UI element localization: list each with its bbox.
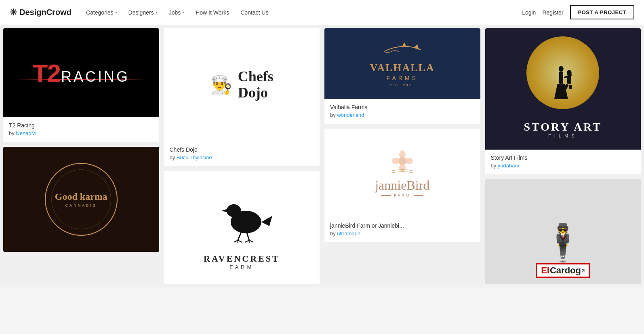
- svg-point-17: [558, 66, 563, 72]
- brand-icon: ✳: [10, 7, 17, 18]
- brand-logo[interactable]: ✳ DesignCrowd: [10, 7, 72, 18]
- nav-designers[interactable]: Designers ▾: [124, 6, 162, 19]
- item-author: by ultramarin: [330, 230, 475, 237]
- nav-categories[interactable]: Categories ▾: [81, 6, 122, 19]
- gallery-grid: T2 RACING T2 Racing by NenadM Good karma…: [0, 25, 644, 287]
- gallery-item-storyart[interactable]: STORY ART FILMS Story Art Films by yudah…: [485, 28, 641, 174]
- janniebird-farm-text: FARM: [394, 193, 410, 197]
- item-title: Chefs Dojo: [170, 146, 314, 153]
- nav-jobs[interactable]: Jobs ▾: [164, 6, 189, 19]
- author-link[interactable]: wonderland: [337, 112, 364, 118]
- gallery-item-janniebird[interactable]: jannieBird FARM jannieBird Farm or Janni…: [324, 129, 480, 242]
- svg-line-4: [238, 233, 241, 240]
- svg-point-13: [399, 150, 406, 159]
- gallery-column-3: VALHALLA FARMS EST. 2020 Valhalla Farms …: [323, 27, 482, 286]
- ravencrest-farm: FARM: [204, 264, 280, 270]
- valhalla-farms: FARMS: [387, 75, 418, 81]
- janniebird-flower-icon: [382, 149, 423, 177]
- valhalla-est: EST. 2020: [390, 83, 415, 87]
- svg-line-5: [246, 233, 249, 240]
- item-title: Valhalla Farms: [330, 104, 475, 110]
- login-link[interactable]: Login: [522, 9, 536, 16]
- elcardog-character-emoji: 🕴️: [540, 224, 585, 261]
- storyart-title: STORY ART: [524, 120, 602, 133]
- valhalla-name: VALHALLA: [370, 63, 435, 73]
- gallery-column-1: T2 RACING T2 Racing by NenadM Good karma…: [2, 27, 161, 286]
- post-project-button[interactable]: POST A PROJECT: [570, 5, 634, 19]
- navbar-right: Login Register POST A PROJECT: [522, 5, 634, 19]
- gallery-item-ravencrest[interactable]: RAVENCREST FARM: [164, 171, 320, 284]
- nav-contact-us[interactable]: Contact Us: [236, 6, 273, 19]
- gallery-item-t2racing[interactable]: T2 RACING T2 Racing by NenadM: [3, 28, 159, 142]
- chevron-down-icon: ▾: [182, 10, 184, 15]
- gallery-item-goodkarma[interactable]: Good karma CANNABIS: [3, 147, 159, 252]
- elcardog-name: Cardog: [550, 265, 581, 276]
- svg-marker-3: [261, 216, 272, 226]
- svg-point-1: [226, 204, 241, 217]
- svg-point-15: [392, 158, 400, 164]
- storyart-silhouette: [485, 36, 641, 117]
- item-title: Story Art Films: [491, 154, 636, 161]
- gallery-column-4: STORY ART FILMS Story Art Films by yudah…: [484, 27, 643, 286]
- gallery-item-elcardog[interactable]: 🕴️ El Cardog ®: [485, 179, 641, 284]
- gallery-item-chefsdojo[interactable]: 👨‍🍳 ChefsDojo Chefs Dojo by Buck Thylaci…: [164, 28, 320, 166]
- chefsdojo-title: ChefsDojo: [238, 69, 274, 101]
- svg-point-16: [405, 158, 413, 164]
- item-title: jannieBird Farm or Janniebi...: [330, 222, 475, 229]
- storyart-subtitle: FILMS: [524, 133, 602, 138]
- valhalla-icon: [380, 40, 425, 59]
- nav-how-it-works[interactable]: How It Works: [191, 6, 234, 19]
- item-author: by wonderland: [330, 112, 475, 118]
- item-author: by yudaharv: [491, 163, 636, 169]
- gallery-item-valhalla[interactable]: VALHALLA FARMS EST. 2020 Valhalla Farms …: [324, 28, 480, 124]
- register-link[interactable]: Register: [542, 9, 563, 16]
- item-author: by Buck Thylacine: [170, 154, 314, 161]
- author-link[interactable]: Buck Thylacine: [177, 154, 212, 161]
- ravencrest-svg: [164, 178, 320, 250]
- svg-line-11: [249, 240, 253, 242]
- svg-point-14: [399, 163, 406, 171]
- brand-name: DesignCrowd: [19, 8, 72, 17]
- svg-rect-18: [559, 72, 563, 84]
- elcardog-registered: ®: [582, 268, 585, 273]
- navbar: ✳ DesignCrowd Categories ▾ Designers ▾ J…: [0, 0, 644, 25]
- elcardog-el: El: [541, 265, 549, 276]
- chevron-down-icon: ▾: [115, 10, 117, 15]
- janniebird-script: jannieBird: [375, 179, 429, 192]
- author-link[interactable]: ultramarin: [337, 230, 360, 237]
- elcardog-badge: El Cardog ®: [536, 263, 590, 278]
- nav-menu: Categories ▾ Designers ▾ Jobs ▾ How It W…: [81, 6, 522, 19]
- gallery-column-2: 👨‍🍳 ChefsDojo Chefs Dojo by Buck Thylaci…: [162, 27, 322, 286]
- chevron-down-icon: ▾: [156, 10, 158, 15]
- svg-rect-23: [569, 85, 572, 89]
- item-author: by NenadM: [9, 130, 154, 136]
- svg-line-9: [245, 240, 249, 242]
- ravencrest-name: RAVENCREST: [204, 254, 280, 264]
- svg-marker-2: [221, 209, 227, 212]
- item-title: T2 Racing: [9, 122, 154, 129]
- svg-line-8: [238, 240, 242, 242]
- author-link[interactable]: NenadM: [16, 130, 36, 136]
- svg-line-6: [234, 240, 238, 242]
- author-link[interactable]: yudaharv: [498, 163, 519, 169]
